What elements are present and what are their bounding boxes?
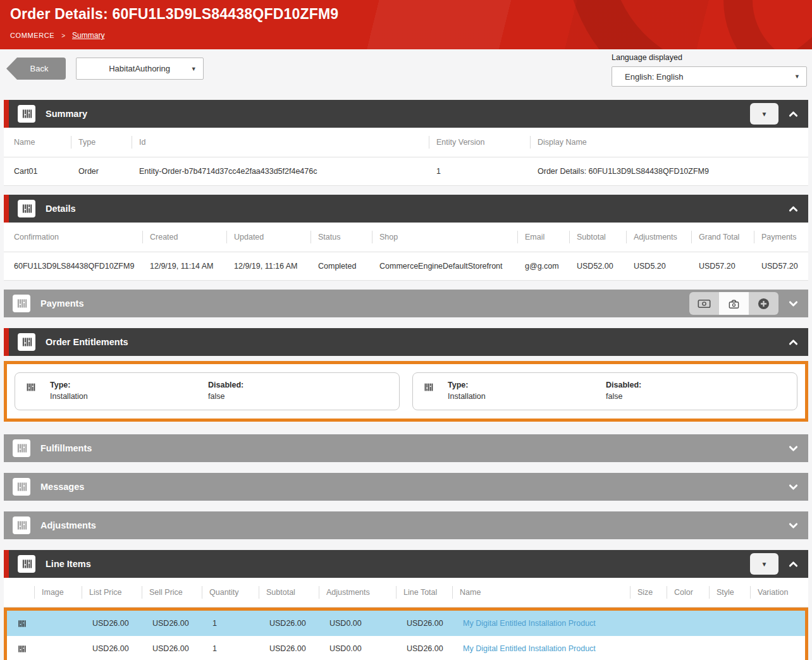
expand-section-icon[interactable]: [788, 520, 799, 531]
column-header: Subtotal: [259, 588, 319, 597]
li-line-total-cell: USD26.00: [399, 644, 455, 653]
section-details: Details Confirmation Created Updated Sta…: [4, 195, 808, 281]
line-items-table-header: Image List Price Sell Price Quantity Sub…: [4, 578, 808, 608]
li-adjustments-cell: USD0.00: [322, 619, 399, 628]
entitlement-disabled-field: Disabled: false: [208, 381, 389, 401]
line-items-actions-dropdown-button[interactable]: ▼: [750, 553, 778, 575]
collapse-section-icon[interactable]: [788, 109, 799, 119]
summary-actions-dropdown-button[interactable]: ▼: [750, 103, 778, 125]
section-payments-header: Payments: [4, 290, 808, 317]
column-header: Image: [34, 588, 82, 597]
column-header: Quantity: [202, 588, 259, 597]
expand-section-icon[interactable]: [788, 482, 799, 492]
column-header: Type: [71, 138, 132, 147]
collapse-section-icon[interactable]: [788, 204, 799, 214]
entity-icon: [18, 333, 35, 351]
collapse-section-icon[interactable]: [788, 559, 799, 570]
disabled-value: false: [208, 392, 389, 401]
expand-section-icon[interactable]: [788, 298, 799, 309]
line-item-name-link[interactable]: My Digital Entitled Installation Product: [463, 644, 596, 653]
details-confirmation-cell: 60FU1L3D9LS84438QFD10ZFM9: [4, 262, 142, 271]
entity-icon: [18, 105, 35, 123]
language-select[interactable]: English: English ▼: [612, 66, 807, 87]
breadcrumb-root[interactable]: COMMERCE: [10, 32, 54, 39]
column-header: Adjustments: [626, 233, 691, 241]
section-summary-header: Summary ▼: [4, 100, 808, 128]
li-adjustments-cell: USD0.00: [322, 644, 399, 653]
section-line-items-title: Line Items: [46, 559, 91, 569]
back-button[interactable]: Back: [6, 58, 66, 80]
line-item-name-link[interactable]: My Digital Entitled Installation Product: [463, 619, 596, 628]
entity-icon: [18, 555, 35, 573]
section-details-title: Details: [46, 204, 76, 214]
entitlement-fields: Type: Installation Disabled: false: [50, 381, 389, 401]
type-label: Type:: [50, 381, 208, 389]
summary-display-name-cell: Order Details: 60FU1L3D9LS84438QFD10ZFM9: [530, 167, 808, 176]
line-items-highlight: USD26.00 USD26.00 1 USD26.00 USD0.00 USD…: [4, 608, 808, 660]
type-value: Installation: [448, 392, 606, 401]
entitlement-type-field: Type: Installation: [50, 381, 208, 401]
details-created-cell: 12/9/19, 11:14 AM: [142, 262, 226, 271]
section-order-entitlements: Order Entitlements: [4, 328, 808, 356]
language-control: Language displayed English: English ▼: [612, 53, 807, 87]
column-header: Sell Price: [142, 588, 202, 597]
disabled-label: Disabled:: [606, 381, 787, 389]
line-item-image-icon: [7, 644, 37, 654]
entitlement-card[interactable]: Type: Installation Disabled: false: [412, 372, 797, 410]
disabled-label: Disabled:: [208, 381, 389, 389]
li-list-price-cell: USD26.00: [85, 644, 145, 653]
caret-down-icon: ▼: [761, 111, 768, 118]
banknote-icon: [698, 299, 711, 309]
order-entitlements-highlight: Type: Installation Disabled: false Type:…: [4, 361, 808, 422]
environment-select[interactable]: HabitatAuthoring ▼: [76, 58, 204, 80]
add-gift-card-payment-button[interactable]: [719, 292, 749, 315]
line-item-row[interactable]: USD26.00 USD26.00 1 USD26.00 USD0.00 USD…: [7, 636, 805, 660]
column-header: Adjustments: [319, 588, 396, 597]
details-email-cell: g@g.com: [517, 262, 569, 271]
column-header: Display Name: [530, 138, 808, 147]
summary-table-row[interactable]: Cart01 Order Entity-Order-b7b4714d37cc4e…: [4, 157, 808, 185]
expand-section-icon[interactable]: [788, 443, 799, 454]
details-table: Confirmation Created Updated Status Shop…: [4, 223, 808, 281]
disabled-value: false: [606, 392, 787, 401]
section-adjustments-title: Adjustments: [40, 520, 96, 530]
line-items-table: Image List Price Sell Price Quantity Sub…: [4, 578, 808, 608]
details-shop-cell: CommerceEngineDefaultStorefront: [372, 262, 517, 271]
summary-id-cell: Entity-Order-b7b4714d37cc4e2faa433d5f2f4…: [132, 167, 429, 176]
details-table-row[interactable]: 60FU1L3D9LS84438QFD10ZFM9 12/9/19, 11:14…: [4, 252, 808, 280]
section-payments: Payments: [4, 290, 808, 317]
section-messages-title: Messages: [40, 482, 84, 492]
add-payment-button[interactable]: [749, 292, 778, 315]
section-fulfillments-header: Fulfillments: [4, 434, 808, 462]
language-label: Language displayed: [612, 53, 807, 62]
details-table-header: Confirmation Created Updated Status Shop…: [4, 223, 808, 252]
entitlement-card[interactable]: Type: Installation Disabled: false: [15, 372, 400, 410]
add-cash-payment-button[interactable]: [689, 292, 719, 315]
back-button-label: Back: [30, 64, 49, 73]
collapse-section-icon[interactable]: [788, 337, 799, 348]
chevron-down-icon: ▼: [191, 66, 197, 72]
details-subtotal-cell: USD52.00: [569, 262, 626, 271]
column-header: Name: [452, 588, 630, 597]
li-quantity-cell: 1: [205, 619, 262, 628]
entity-icon: [18, 200, 35, 217]
gift-card-icon: [728, 298, 740, 309]
entity-icon: [13, 295, 30, 312]
entity-icon: [13, 516, 30, 534]
section-line-items: Line Items ▼ Image List Price Sell Price…: [4, 550, 808, 608]
page-header: Order Details: 60FU1L3D9LS84438QFD10ZFM9…: [0, 0, 812, 49]
li-line-total-cell: USD26.00: [399, 619, 455, 628]
page-title: Order Details: 60FU1L3D9LS84438QFD10ZFM9: [0, 0, 812, 23]
column-header: Size: [630, 588, 667, 597]
section-adjustments-header: Adjustments: [4, 511, 808, 539]
column-header: Variation: [750, 588, 808, 597]
li-quantity-cell: 1: [205, 644, 262, 653]
breadcrumb-current-link[interactable]: Summary: [72, 31, 104, 40]
column-header: Id: [132, 138, 429, 147]
column-header: Created: [142, 233, 226, 241]
breadcrumb: COMMERCE > Summary: [0, 23, 812, 40]
column-header: Subtotal: [569, 233, 626, 241]
section-order-entitlements-header: Order Entitlements: [4, 328, 808, 356]
line-item-row[interactable]: USD26.00 USD26.00 1 USD26.00 USD0.00 USD…: [7, 611, 805, 636]
section-fulfillments: Fulfillments: [4, 434, 808, 462]
